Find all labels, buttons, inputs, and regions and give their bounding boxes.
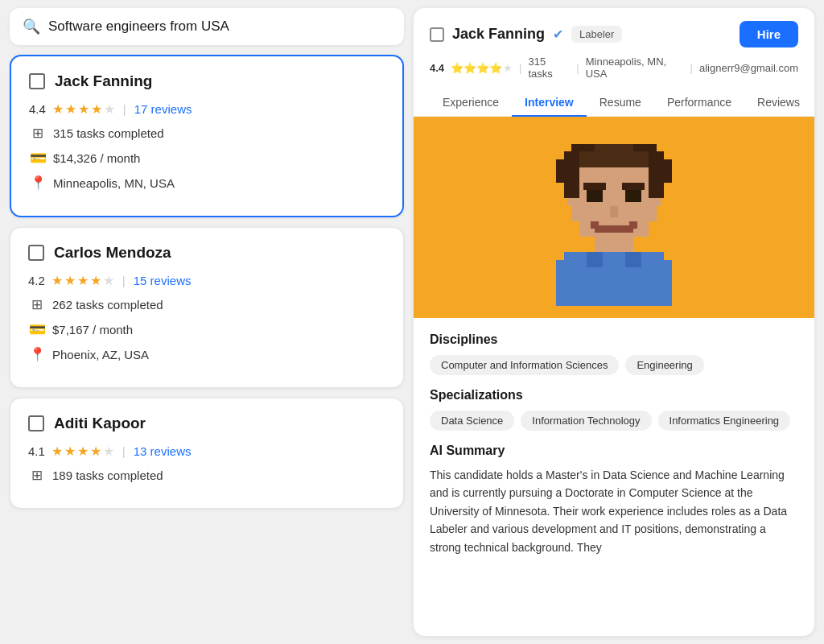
tab-resume[interactable]: Resume [587,89,654,117]
profile-badge: Labeler [571,26,622,43]
svg-rect-10 [625,190,641,201]
star-0: ★ [52,101,64,117]
card-name: Carlos Mendoza [54,244,171,262]
salary-icon: 💳 [28,321,46,338]
disciplines-title: Disciplines [430,332,798,347]
pixel-avatar [517,121,711,314]
tasks-icon: ⊞ [28,296,46,313]
card-header: Carlos Mendoza [28,244,385,262]
tab-reviews[interactable]: Reviews [744,89,813,117]
svg-rect-13 [610,206,618,217]
ai-summary-title: AI Summary [430,444,798,458]
card-salary-row: 💳 $14,326 / month [29,150,385,167]
svg-rect-22 [657,260,672,307]
tab-performance[interactable]: Performance [654,89,744,117]
location-icon: 📍 [29,175,47,192]
right-panel: Jack Fanning ✔ Labeler Hire 4.4 ⭐⭐⭐⭐★ | … [414,8,814,636]
svg-rect-26 [649,167,664,198]
svg-rect-15 [591,221,599,229]
profile-tabs: ExperienceInterviewResumePerformanceRevi… [430,89,798,116]
card-tasks-row: ⊞ 315 tasks completed [29,125,385,142]
card-rating: 4.1 [28,444,45,458]
star-4: ★ [104,101,115,117]
card-rating-row: 4.2 ★★★★★ | 15 reviews [28,273,385,288]
card-name: Aditi Kapoor [54,415,146,432]
svg-rect-23 [587,252,602,267]
profile-stars: ⭐⭐⭐⭐★ [451,62,513,74]
salary-icon: 💳 [29,150,47,167]
profile-image [414,117,814,318]
star-3: ★ [90,273,101,288]
card-checkbox[interactable] [28,245,44,261]
card-tasks: 189 tasks completed [52,469,163,482]
hire-button[interactable]: Hire [740,21,798,47]
profile-identity: Jack Fanning ✔ Labeler [430,26,622,43]
tasks-icon: ⊞ [28,467,46,484]
profile-body: Disciplines Computer and Information Sci… [414,117,814,636]
star-4: ★ [103,273,114,288]
star-2: ★ [77,273,89,288]
svg-rect-14 [595,225,633,233]
meta-sep3: | [690,62,693,74]
card-name: Jack Fanning [55,72,152,90]
card-tasks-row: ⊞ 262 tasks completed [28,296,385,313]
candidate-card-jack-fanning[interactable]: Jack Fanning 4.4 ★★★★★ | 17 reviews ⊞ 31… [10,55,404,217]
tab-experience[interactable]: Experience [430,89,512,117]
card-checkbox[interactable] [29,73,45,89]
specialization-tag: Informatics Engineering [658,411,791,431]
card-reviews[interactable]: 17 reviews [134,102,192,116]
star-3: ★ [90,444,101,459]
card-tasks-row: ⊞ 189 tasks completed [28,467,385,484]
card-stars: ★★★★★ [52,273,114,288]
specializations-title: Specializations [430,388,798,402]
card-checkbox[interactable] [28,415,44,431]
profile-header: Jack Fanning ✔ Labeler Hire 4.4 ⭐⭐⭐⭐★ | … [414,8,814,117]
candidate-card-carlos-mendoza[interactable]: Carlos Mendoza 4.2 ★★★★★ | 15 reviews ⊞ … [10,227,404,388]
profile-name: Jack Fanning [452,26,545,43]
star-0: ★ [52,273,63,288]
candidate-card-aditi-kapoor[interactable]: Aditi Kapoor 4.1 ★★★★★ | 13 reviews ⊞ 18… [10,398,404,509]
card-rating: 4.2 [28,274,45,287]
star-1: ★ [65,101,76,117]
card-salary: $7,167 / month [52,323,133,336]
card-tasks: 262 tasks completed [52,298,163,312]
svg-rect-19 [595,237,633,252]
specialization-tag: Information Technology [521,411,651,431]
search-icon: 🔍 [23,18,40,35]
svg-rect-16 [629,221,637,229]
discipline-tag: Engineering [625,355,703,375]
card-stars: ★★★★★ [52,101,115,117]
star-1: ★ [64,273,76,288]
star-0: ★ [52,444,63,459]
svg-rect-28 [595,144,633,155]
profile-content: Disciplines Computer and Information Sci… [414,318,814,571]
card-location: Phoenix, AZ, USA [52,348,149,361]
svg-rect-9 [587,190,602,201]
card-reviews[interactable]: 13 reviews [134,444,192,458]
card-rating-row: 4.1 ★★★★★ | 13 reviews [28,444,385,459]
left-panel: 🔍 Software engineers from USA Jack Fanni… [10,8,404,636]
discipline-tag: Computer and Information Sciences [430,355,619,375]
candidates-list: Jack Fanning 4.4 ★★★★★ | 17 reviews ⊞ 31… [10,55,404,518]
tasks-icon: ⊞ [29,125,47,142]
card-salary: $14,326 / month [53,151,140,165]
profile-location: Minneapolis, MN, USA [586,56,684,80]
profile-tasks: 315 tasks [528,56,570,80]
search-bar[interactable]: 🔍 Software engineers from USA [10,8,404,45]
card-rating: 4.4 [29,102,46,116]
svg-rect-24 [625,252,641,267]
profile-rating: 4.4 [430,62,444,74]
meta-sep1: | [519,62,521,74]
card-stars: ★★★★★ [52,444,114,459]
search-query: Software engineers from USA [48,19,229,35]
star-1: ★ [64,444,76,459]
tab-interview[interactable]: Interview [512,89,587,117]
specialization-tag: Data Science [430,411,514,431]
location-icon: 📍 [28,346,46,363]
verified-icon: ✔ [553,27,563,42]
ai-summary-text: This candidate holds a Master's in Data … [430,466,798,556]
meta-sep2: | [576,62,579,74]
profile-email: alignerr9@gmail.com [699,62,798,74]
card-reviews[interactable]: 15 reviews [134,274,192,287]
profile-checkbox[interactable] [430,27,444,42]
